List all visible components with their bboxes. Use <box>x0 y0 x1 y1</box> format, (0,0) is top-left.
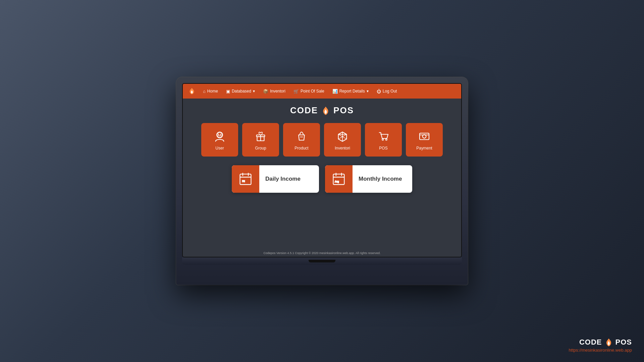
svg-line-12 <box>342 137 346 139</box>
nav-report[interactable]: 📊 Report Details ▾ <box>329 87 372 96</box>
nav-logo-icon <box>187 87 196 96</box>
svg-line-11 <box>338 137 342 139</box>
user-icon <box>213 129 227 143</box>
user-card-label: User <box>215 146 224 150</box>
chart-icon: 📊 <box>332 89 338 94</box>
income-row: Fri Daily Income Aug <box>232 165 412 193</box>
svg-point-3 <box>220 134 221 135</box>
daily-income-icon-block: Fri <box>232 165 259 193</box>
product-card[interactable]: Product <box>283 123 320 157</box>
nav-logout[interactable]: ⏻ Log Out <box>373 87 400 96</box>
app-title: CODE POS <box>290 105 354 116</box>
nav-home[interactable]: ⌂ Home <box>200 87 221 96</box>
svg-point-15 <box>382 139 383 140</box>
gift-icon <box>254 129 268 143</box>
pos-cart-icon <box>376 129 390 143</box>
svg-text:Aug: Aug <box>335 180 339 183</box>
title-code: CODE <box>290 105 318 116</box>
svg-line-13 <box>338 134 342 137</box>
watermark-url: https://mesinkasironline.web.app <box>569 348 632 353</box>
cube-icon <box>335 129 350 143</box>
svg-point-1 <box>217 132 223 138</box>
daily-income-card[interactable]: Fri Daily Income <box>232 165 319 193</box>
footer-text: Codepos Version 4.5.1 Copyright © 2020 m… <box>264 248 381 255</box>
nav-inventori[interactable]: 📦 Inventori <box>260 87 289 96</box>
power-icon: ⏻ <box>377 89 381 94</box>
watermark-title: CODE POS <box>579 338 632 347</box>
daily-income-label: Daily Income <box>259 165 307 193</box>
daily-calendar-icon: Fri <box>238 172 253 186</box>
database-icon: ▣ <box>226 89 230 94</box>
payment-icon <box>417 129 431 143</box>
monthly-income-label: Monthly Income <box>353 165 408 193</box>
laptop-base <box>182 257 462 265</box>
watermark-code: CODE <box>579 338 602 347</box>
bag-icon <box>294 129 309 143</box>
svg-text:Fri: Fri <box>242 180 245 182</box>
main-content: CODE POS <box>183 99 461 257</box>
watermark: CODE POS https://mesinkasironline.web.ap… <box>569 338 632 353</box>
svg-line-14 <box>342 134 346 137</box>
laptop-shell: ⌂ Home ▣ Databased ▾ 📦 Inventori 🛒 Point… <box>176 77 468 285</box>
pos-card-label: POS <box>379 146 387 150</box>
product-card-label: Product <box>294 146 308 150</box>
svg-point-2 <box>218 134 219 135</box>
title-flame-icon <box>321 106 331 116</box>
title-pos: POS <box>333 105 354 116</box>
nav-databased[interactable]: ▣ Databased ▾ <box>223 87 258 96</box>
nav-pos[interactable]: 🛒 Point Of Sale <box>290 87 328 96</box>
home-icon: ⌂ <box>203 89 206 94</box>
navbar: ⌂ Home ▣ Databased ▾ 📦 Inventori 🛒 Point… <box>183 84 461 99</box>
icon-grid: User Group <box>201 123 443 157</box>
watermark-pos: POS <box>615 338 632 347</box>
svg-rect-17 <box>420 133 429 139</box>
payment-card[interactable]: Payment <box>406 123 443 157</box>
inventori-card-label: Inventori <box>335 146 350 150</box>
payment-card-label: Payment <box>416 146 432 150</box>
group-card-label: Group <box>255 146 266 150</box>
monthly-calendar-icon: Aug <box>331 172 346 186</box>
svg-rect-20 <box>240 174 251 184</box>
pos-card[interactable]: POS <box>365 123 402 157</box>
inventori-card[interactable]: Inventori <box>324 123 361 157</box>
svg-point-16 <box>386 139 387 140</box>
laptop-screen: ⌂ Home ▣ Databased ▾ 📦 Inventori 🛒 Point… <box>182 83 462 257</box>
svg-rect-25 <box>333 174 344 184</box>
cart-nav-icon: 🛒 <box>293 89 299 94</box>
monthly-income-icon-block: Aug <box>325 165 353 193</box>
group-card[interactable]: Group <box>242 123 279 157</box>
monthly-income-card[interactable]: Aug Monthly Income <box>325 165 412 193</box>
user-card[interactable]: User <box>201 123 238 157</box>
watermark-flame-icon <box>604 338 613 347</box>
box-icon: 📦 <box>263 89 268 94</box>
